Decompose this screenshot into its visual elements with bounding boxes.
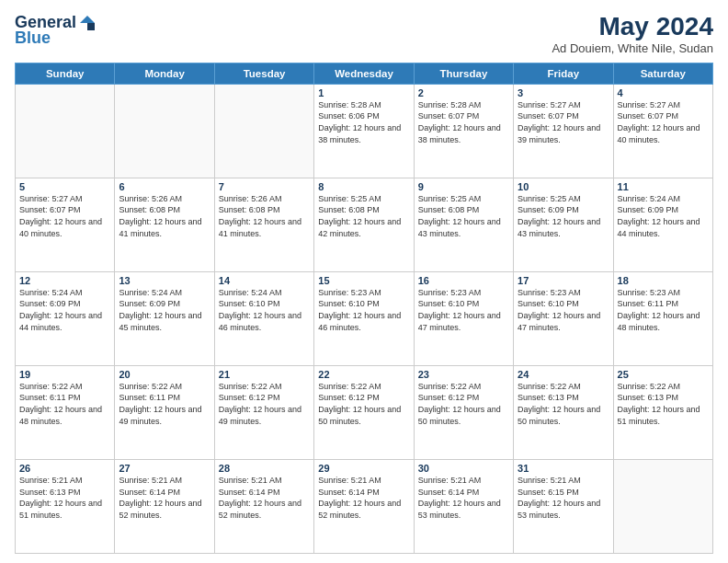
- table-row: 16Sunrise: 5:23 AM Sunset: 6:10 PM Dayli…: [414, 271, 513, 365]
- calendar-table: Sunday Monday Tuesday Wednesday Thursday…: [15, 63, 713, 554]
- table-row: 14Sunrise: 5:24 AM Sunset: 6:10 PM Dayli…: [214, 271, 313, 365]
- table-row: [613, 459, 712, 553]
- svg-marker-0: [80, 16, 95, 23]
- day-number: 27: [119, 463, 210, 474]
- table-row: 30Sunrise: 5:21 AM Sunset: 6:14 PM Dayli…: [414, 459, 513, 553]
- day-number: 3: [518, 87, 609, 98]
- day-number: 4: [618, 87, 709, 98]
- day-number: 1: [318, 87, 409, 98]
- day-info: Sunrise: 5:28 AM Sunset: 6:07 PM Dayligh…: [418, 99, 509, 145]
- day-info: Sunrise: 5:22 AM Sunset: 6:13 PM Dayligh…: [618, 381, 709, 427]
- table-row: 12Sunrise: 5:24 AM Sunset: 6:09 PM Dayli…: [16, 271, 115, 365]
- day-info: Sunrise: 5:27 AM Sunset: 6:07 PM Dayligh…: [618, 99, 709, 145]
- day-number: 16: [418, 275, 509, 286]
- table-row: 15Sunrise: 5:23 AM Sunset: 6:10 PM Dayli…: [314, 271, 414, 365]
- table-row: 1Sunrise: 5:28 AM Sunset: 6:06 PM Daylig…: [314, 84, 414, 178]
- header-tuesday: Tuesday: [214, 63, 313, 84]
- day-info: Sunrise: 5:23 AM Sunset: 6:10 PM Dayligh…: [318, 287, 409, 333]
- day-number: 11: [618, 181, 709, 192]
- day-info: Sunrise: 5:23 AM Sunset: 6:10 PM Dayligh…: [418, 287, 509, 333]
- day-info: Sunrise: 5:26 AM Sunset: 6:08 PM Dayligh…: [219, 193, 310, 239]
- day-info: Sunrise: 5:22 AM Sunset: 6:12 PM Dayligh…: [418, 381, 509, 427]
- table-row: 8Sunrise: 5:25 AM Sunset: 6:08 PM Daylig…: [314, 178, 414, 271]
- day-info: Sunrise: 5:24 AM Sunset: 6:09 PM Dayligh…: [618, 193, 709, 239]
- day-number: 17: [518, 275, 609, 286]
- logo-icon: [78, 14, 97, 32]
- day-number: 23: [418, 369, 509, 380]
- day-info: Sunrise: 5:22 AM Sunset: 6:12 PM Dayligh…: [318, 381, 409, 427]
- day-number: 25: [618, 369, 709, 380]
- day-number: 9: [418, 181, 509, 192]
- day-info: Sunrise: 5:24 AM Sunset: 6:09 PM Dayligh…: [19, 287, 110, 333]
- month-title: May 2024: [552, 13, 713, 41]
- table-row: 3Sunrise: 5:27 AM Sunset: 6:07 PM Daylig…: [514, 84, 613, 178]
- day-info: Sunrise: 5:24 AM Sunset: 6:10 PM Dayligh…: [219, 287, 310, 333]
- day-info: Sunrise: 5:21 AM Sunset: 6:15 PM Dayligh…: [518, 475, 609, 521]
- day-number: 7: [219, 181, 310, 192]
- day-info: Sunrise: 5:25 AM Sunset: 6:08 PM Dayligh…: [418, 193, 509, 239]
- table-row: 9Sunrise: 5:25 AM Sunset: 6:08 PM Daylig…: [414, 178, 513, 271]
- table-row: 13Sunrise: 5:24 AM Sunset: 6:09 PM Dayli…: [115, 271, 214, 365]
- table-row: 7Sunrise: 5:26 AM Sunset: 6:08 PM Daylig…: [214, 178, 313, 271]
- table-row: 10Sunrise: 5:25 AM Sunset: 6:09 PM Dayli…: [514, 178, 613, 271]
- day-info: Sunrise: 5:25 AM Sunset: 6:09 PM Dayligh…: [518, 193, 609, 239]
- table-row: 26Sunrise: 5:21 AM Sunset: 6:13 PM Dayli…: [16, 459, 115, 553]
- table-row: 31Sunrise: 5:21 AM Sunset: 6:15 PM Dayli…: [514, 459, 613, 553]
- day-number: 21: [219, 369, 310, 380]
- calendar-week-row: 5Sunrise: 5:27 AM Sunset: 6:07 PM Daylig…: [16, 178, 713, 271]
- table-row: [214, 84, 313, 178]
- day-info: Sunrise: 5:22 AM Sunset: 6:13 PM Dayligh…: [518, 381, 609, 427]
- day-number: 14: [219, 275, 310, 286]
- table-row: 20Sunrise: 5:22 AM Sunset: 6:11 PM Dayli…: [115, 365, 214, 459]
- day-info: Sunrise: 5:21 AM Sunset: 6:14 PM Dayligh…: [418, 475, 509, 521]
- table-row: 18Sunrise: 5:23 AM Sunset: 6:11 PM Dayli…: [613, 271, 712, 365]
- day-info: Sunrise: 5:27 AM Sunset: 6:07 PM Dayligh…: [19, 193, 110, 239]
- day-info: Sunrise: 5:21 AM Sunset: 6:14 PM Dayligh…: [318, 475, 409, 521]
- day-number: 31: [518, 463, 609, 474]
- table-row: 21Sunrise: 5:22 AM Sunset: 6:12 PM Dayli…: [214, 365, 313, 459]
- day-number: 5: [19, 181, 110, 192]
- day-info: Sunrise: 5:23 AM Sunset: 6:10 PM Dayligh…: [518, 287, 609, 333]
- day-number: 18: [618, 275, 709, 286]
- day-number: 10: [518, 181, 609, 192]
- day-number: 8: [318, 181, 409, 192]
- day-number: 19: [19, 369, 110, 380]
- header-saturday: Saturday: [613, 63, 712, 84]
- table-row: [115, 84, 214, 178]
- day-number: 30: [418, 463, 509, 474]
- svg-marker-1: [87, 23, 95, 30]
- page: General Blue May 2024 Ad Douiem, White N…: [0, 0, 728, 563]
- day-number: 26: [19, 463, 110, 474]
- calendar-week-row: 1Sunrise: 5:28 AM Sunset: 6:06 PM Daylig…: [16, 84, 713, 178]
- day-number: 6: [119, 181, 210, 192]
- table-row: 28Sunrise: 5:21 AM Sunset: 6:14 PM Dayli…: [214, 459, 313, 553]
- day-number: 22: [318, 369, 409, 380]
- day-number: 28: [219, 463, 310, 474]
- calendar-header-row: Sunday Monday Tuesday Wednesday Thursday…: [16, 63, 713, 84]
- table-row: 17Sunrise: 5:23 AM Sunset: 6:10 PM Dayli…: [514, 271, 613, 365]
- table-row: 29Sunrise: 5:21 AM Sunset: 6:14 PM Dayli…: [314, 459, 414, 553]
- table-row: 22Sunrise: 5:22 AM Sunset: 6:12 PM Dayli…: [314, 365, 414, 459]
- day-number: 24: [518, 369, 609, 380]
- table-row: 6Sunrise: 5:26 AM Sunset: 6:08 PM Daylig…: [115, 178, 214, 271]
- day-number: 29: [318, 463, 409, 474]
- calendar-week-row: 19Sunrise: 5:22 AM Sunset: 6:11 PM Dayli…: [16, 365, 713, 459]
- day-info: Sunrise: 5:26 AM Sunset: 6:08 PM Dayligh…: [119, 193, 210, 239]
- table-row: 23Sunrise: 5:22 AM Sunset: 6:12 PM Dayli…: [414, 365, 513, 459]
- day-info: Sunrise: 5:21 AM Sunset: 6:13 PM Dayligh…: [19, 475, 110, 521]
- table-row: [16, 84, 115, 178]
- day-number: 12: [19, 275, 110, 286]
- day-number: 2: [418, 87, 509, 98]
- day-info: Sunrise: 5:25 AM Sunset: 6:08 PM Dayligh…: [318, 193, 409, 239]
- day-info: Sunrise: 5:21 AM Sunset: 6:14 PM Dayligh…: [219, 475, 310, 521]
- table-row: 4Sunrise: 5:27 AM Sunset: 6:07 PM Daylig…: [613, 84, 712, 178]
- calendar-week-row: 12Sunrise: 5:24 AM Sunset: 6:09 PM Dayli…: [16, 271, 713, 365]
- day-info: Sunrise: 5:27 AM Sunset: 6:07 PM Dayligh…: [518, 99, 609, 145]
- subtitle: Ad Douiem, White Nile, Sudan: [552, 41, 713, 55]
- day-info: Sunrise: 5:22 AM Sunset: 6:11 PM Dayligh…: [19, 381, 110, 427]
- header-sunday: Sunday: [16, 63, 115, 84]
- day-info: Sunrise: 5:28 AM Sunset: 6:06 PM Dayligh…: [318, 99, 409, 145]
- table-row: 27Sunrise: 5:21 AM Sunset: 6:14 PM Dayli…: [115, 459, 214, 553]
- day-info: Sunrise: 5:23 AM Sunset: 6:11 PM Dayligh…: [618, 287, 709, 333]
- logo: General Blue: [15, 13, 97, 48]
